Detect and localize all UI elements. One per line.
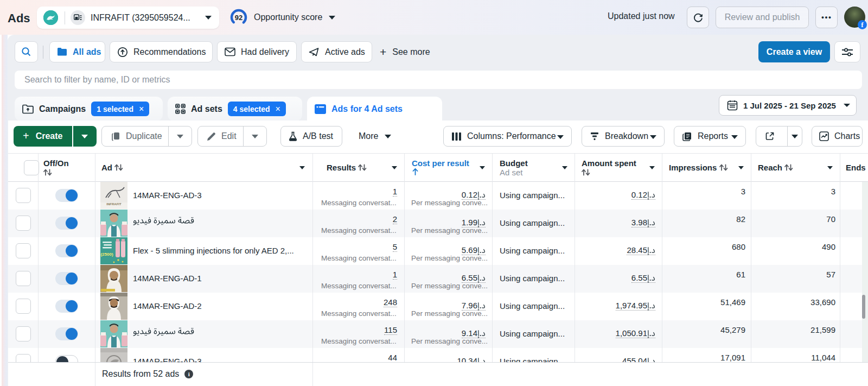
svg-text:INFRAFIT: INFRAFIT [106,203,122,206]
svg-text:92: 92 [235,14,242,22]
svg-text:(2500): (2500) [100,252,113,257]
